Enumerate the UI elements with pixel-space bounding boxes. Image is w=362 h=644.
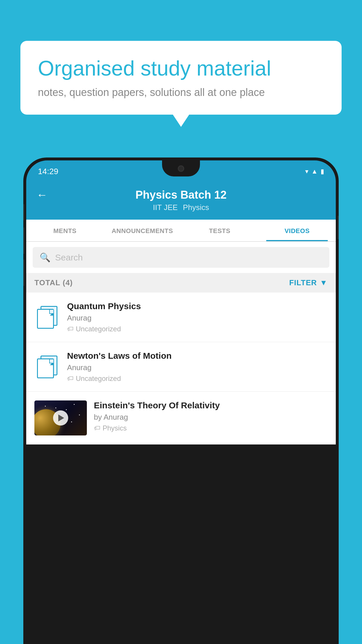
tag-label: Physics (103, 424, 127, 432)
tab-bar: MENTS ANNOUNCEMENTS TESTS VIDEOS (26, 220, 336, 242)
camera (178, 165, 184, 172)
search-bar[interactable]: 🔍 Search (33, 247, 329, 268)
volume-up-button (23, 228, 24, 254)
tag-icon: 🏷 (67, 375, 73, 382)
search-input-label: Search (55, 253, 83, 262)
bubble-title: Organised study material (38, 57, 324, 80)
phone-screen: 14:29 ▾ ▲ ▮ ← Physics Batch 12 IIT JEE P… (26, 160, 336, 644)
search-icon: 🔍 (40, 252, 50, 262)
video-thumbnail-3 (34, 400, 87, 435)
video-title: Newton's Laws of Motion (67, 351, 328, 361)
video-list: Quantum Physics Anurag 🏷 Uncategorized (26, 293, 336, 444)
search-container: 🔍 Search (26, 242, 336, 273)
filter-icon: ▼ (320, 278, 328, 287)
video-author: Anurag (67, 314, 328, 323)
mute-button (23, 204, 24, 220)
play-icon (58, 414, 64, 421)
signal-icon: ▲ (311, 168, 318, 175)
total-count: TOTAL (4) (34, 278, 73, 287)
item-info-3: Einstein's Theory Of Relativity by Anura… (94, 400, 328, 432)
video-title: Einstein's Theory Of Relativity (94, 400, 328, 410)
tag-label: Uncategorized (76, 325, 121, 333)
batch-subject: Physics (183, 203, 209, 212)
back-button[interactable]: ← (36, 189, 48, 201)
list-item[interactable]: Einstein's Theory Of Relativity by Anura… (26, 392, 336, 444)
status-time: 14:29 (38, 167, 58, 176)
tab-documents[interactable]: MENTS (26, 220, 104, 241)
wifi-icon: ▾ (305, 168, 308, 175)
bubble-subtitle: notes, question papers, solutions all at… (38, 86, 324, 99)
power-button (338, 216, 339, 239)
speech-bubble: Organised study material notes, question… (20, 41, 342, 115)
item-thumbnail-1 (34, 304, 60, 330)
tab-tests[interactable]: TESTS (181, 220, 259, 241)
speech-bubble-container: Organised study material notes, question… (20, 41, 342, 115)
tab-announcements[interactable]: ANNOUNCEMENTS (104, 220, 181, 241)
tab-videos[interactable]: VIDEOS (259, 220, 336, 241)
phone-frame: 14:29 ▾ ▲ ▮ ← Physics Batch 12 IIT JEE P… (23, 158, 339, 644)
item-info-1: Quantum Physics Anurag 🏷 Uncategorized (67, 301, 328, 333)
video-tag: 🏷 Uncategorized (67, 325, 328, 333)
file-icon (37, 306, 57, 329)
video-author: by Anurag (94, 413, 328, 422)
battery-icon: ▮ (321, 168, 324, 175)
status-bar: 14:29 ▾ ▲ ▮ (26, 160, 336, 182)
tag-icon: 🏷 (94, 424, 100, 432)
list-item[interactable]: Newton's Laws of Motion Anurag 🏷 Uncateg… (26, 342, 336, 392)
file-icon-front (37, 309, 54, 329)
play-button[interactable] (53, 410, 68, 426)
screen-content: 🔍 Search TOTAL (4) FILTER ▼ (26, 242, 336, 444)
app-header: ← Physics Batch 12 IIT JEE Physics (26, 182, 336, 220)
video-tag: 🏷 Physics (94, 424, 328, 432)
header-subtitle: IIT JEE Physics (153, 203, 209, 212)
filter-label: FILTER (289, 278, 317, 287)
list-item[interactable]: Quantum Physics Anurag 🏷 Uncategorized (26, 293, 336, 342)
filter-button[interactable]: FILTER ▼ (289, 278, 328, 287)
batch-title: Physics Batch 12 (136, 189, 227, 201)
item-thumbnail-2 (34, 354, 60, 380)
item-info-2: Newton's Laws of Motion Anurag 🏷 Uncateg… (67, 351, 328, 383)
video-author: Anurag (67, 363, 328, 372)
tag-label: Uncategorized (76, 374, 121, 383)
notch (162, 160, 200, 176)
tag-icon: 🏷 (67, 325, 73, 333)
filter-bar: TOTAL (4) FILTER ▼ (26, 273, 336, 293)
video-title: Quantum Physics (67, 301, 328, 311)
file-icon-front (37, 358, 54, 378)
video-tag: 🏷 Uncategorized (67, 374, 328, 383)
file-icon (37, 356, 57, 378)
volume-down-button (23, 260, 24, 286)
status-icons: ▾ ▲ ▮ (305, 168, 324, 175)
batch-category: IIT JEE (153, 203, 178, 212)
